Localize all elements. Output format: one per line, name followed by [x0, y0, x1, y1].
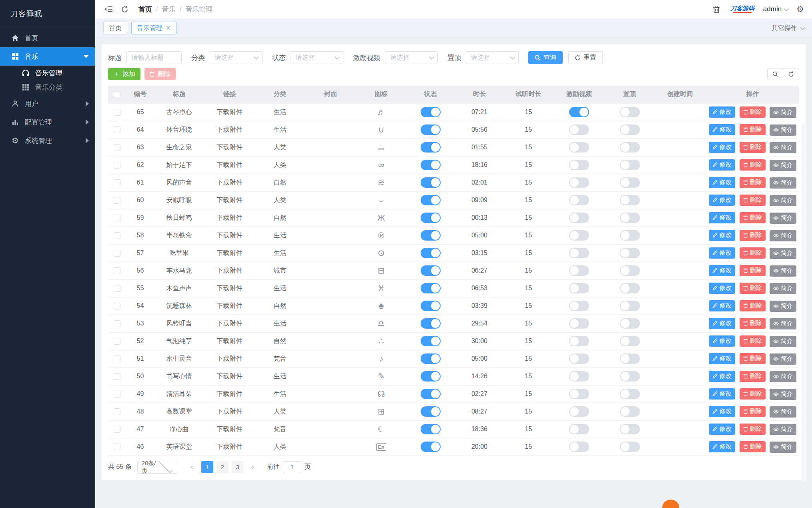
sidebar-item-system[interactable]: ⚙ 系统管理	[0, 131, 95, 150]
intro-button[interactable]: 简介	[770, 265, 796, 277]
delete-button[interactable]: 删除	[740, 177, 766, 188]
row-link[interactable]: 下载附件	[204, 385, 255, 403]
tab-home[interactable]: 首页	[103, 22, 127, 34]
trash-icon[interactable]	[711, 4, 722, 14]
reward-video-toggle[interactable]	[569, 389, 589, 399]
intro-button[interactable]: 简介	[770, 318, 796, 329]
top-toggle[interactable]	[620, 353, 640, 364]
intro-button[interactable]: 简介	[770, 442, 796, 453]
more-operations[interactable]: 其它操作	[772, 24, 804, 32]
next-page-button[interactable]: ›	[247, 461, 259, 473]
edit-button[interactable]: 修改	[709, 406, 735, 417]
intro-button[interactable]: 简介	[770, 301, 796, 312]
row-checkbox[interactable]	[114, 250, 120, 257]
status-toggle[interactable]	[421, 107, 441, 117]
status-toggle[interactable]	[421, 442, 441, 452]
top-toggle[interactable]	[620, 301, 640, 311]
intro-button[interactable]: 简介	[770, 230, 796, 241]
top-toggle[interactable]	[620, 336, 640, 346]
edit-button[interactable]: 修改	[709, 388, 735, 400]
edit-button[interactable]: 修改	[709, 283, 735, 294]
delete-button[interactable]: 删除	[740, 371, 766, 382]
row-checkbox[interactable]	[114, 285, 120, 292]
page-button-2[interactable]: 2	[217, 461, 229, 473]
edit-button[interactable]: 修改	[709, 177, 735, 188]
delete-button[interactable]: 删除	[740, 335, 766, 347]
row-link[interactable]: 下载附件	[204, 244, 255, 262]
reward-video-toggle[interactable]	[569, 318, 589, 329]
close-icon[interactable]: ✕	[166, 24, 171, 32]
delete-button[interactable]: 删除	[740, 441, 766, 452]
status-toggle[interactable]	[421, 353, 441, 364]
delete-button[interactable]: 删除	[740, 388, 766, 400]
edit-button[interactable]: 修改	[709, 335, 735, 347]
reward-video-toggle[interactable]	[569, 230, 589, 241]
delete-button[interactable]: 删除	[740, 124, 766, 135]
row-checkbox[interactable]	[114, 109, 120, 116]
prev-page-button[interactable]: ‹	[186, 461, 198, 473]
top-toggle[interactable]	[620, 195, 640, 205]
delete-button[interactable]: 删除	[740, 230, 766, 241]
status-toggle[interactable]	[421, 336, 441, 346]
sidebar-item-music-category[interactable]: 音乐分类	[0, 80, 95, 94]
intro-button[interactable]: 简介	[770, 283, 796, 294]
edit-button[interactable]: 修改	[709, 142, 735, 153]
edit-button[interactable]: 修改	[709, 318, 735, 329]
delete-button[interactable]: 删除	[740, 353, 766, 364]
bulk-delete-button[interactable]: 删除	[144, 68, 176, 80]
intro-button[interactable]: 简介	[770, 248, 796, 259]
intro-button[interactable]: 简介	[770, 406, 796, 418]
sidebar-item-music[interactable]: 音乐	[0, 47, 95, 66]
row-checkbox[interactable]	[114, 338, 120, 345]
reward-video-toggle[interactable]	[569, 195, 589, 205]
row-link[interactable]: 下载附件	[204, 403, 255, 420]
reward-video-toggle[interactable]	[569, 213, 589, 223]
delete-button[interactable]: 删除	[740, 212, 766, 223]
status-toggle[interactable]	[421, 142, 441, 153]
edit-button[interactable]: 修改	[709, 124, 735, 135]
status-toggle[interactable]	[421, 195, 441, 205]
intro-button[interactable]: 简介	[770, 124, 796, 136]
settings-gear-icon[interactable]: ⚙	[796, 4, 804, 14]
top-toggle[interactable]	[620, 406, 640, 417]
row-link[interactable]: 下载附件	[204, 209, 255, 227]
table-scrollbar[interactable]	[802, 122, 805, 483]
refresh-icon[interactable]	[119, 4, 130, 14]
tab-music-manage[interactable]: 音乐管理 ✕	[131, 22, 176, 34]
status-toggle[interactable]	[421, 389, 441, 399]
reward-video-toggle[interactable]	[569, 301, 589, 311]
breadcrumb-home[interactable]: 首页	[138, 5, 152, 14]
edit-button[interactable]: 修改	[709, 353, 735, 364]
reward-video-toggle[interactable]	[569, 442, 589, 452]
delete-button[interactable]: 删除	[740, 318, 766, 329]
row-link[interactable]: 下载附件	[204, 174, 255, 191]
top-toggle[interactable]	[620, 177, 640, 188]
row-checkbox[interactable]	[114, 444, 120, 450]
status-toggle[interactable]	[421, 265, 441, 276]
delete-button[interactable]: 删除	[740, 424, 766, 435]
row-link[interactable]: 下载附件	[204, 297, 255, 315]
top-toggle[interactable]	[620, 424, 640, 434]
intro-button[interactable]: 简介	[770, 160, 796, 171]
row-link[interactable]: 下载附件	[204, 279, 255, 297]
page-button-1[interactable]: 1	[201, 461, 213, 473]
table-search-toggle[interactable]	[767, 68, 783, 80]
row-link[interactable]: 下载附件	[204, 139, 255, 156]
top-toggle[interactable]	[620, 230, 640, 241]
page-size-select[interactable]: 20条/页	[137, 461, 177, 474]
edit-button[interactable]: 修改	[709, 106, 735, 118]
top-toggle[interactable]	[620, 248, 640, 258]
status-toggle[interactable]	[421, 283, 441, 293]
reward-video-toggle[interactable]	[569, 283, 589, 293]
edit-button[interactable]: 修改	[709, 441, 735, 452]
top-toggle[interactable]	[620, 107, 640, 117]
delete-button[interactable]: 删除	[740, 406, 766, 417]
intro-button[interactable]: 简介	[770, 336, 796, 347]
status-toggle[interactable]	[421, 124, 441, 135]
status-toggle[interactable]	[421, 177, 441, 188]
delete-button[interactable]: 删除	[740, 159, 766, 171]
reward-select[interactable]: 请选择	[385, 51, 438, 64]
top-toggle[interactable]	[620, 160, 640, 170]
status-toggle[interactable]	[421, 301, 441, 311]
row-link[interactable]: 下载附件	[204, 367, 255, 385]
